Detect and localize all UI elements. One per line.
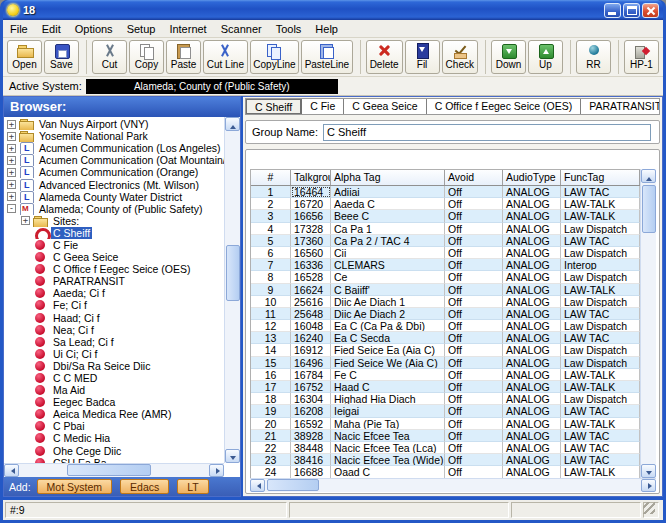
cell-avoid[interactable]: Off <box>445 247 503 259</box>
cell-avoid[interactable]: Off <box>445 442 503 454</box>
table-row[interactable]: 3 16656 Beee C Off ANALOG LAW-TALK <box>251 210 640 222</box>
cell-talkgroup[interactable]: 38416 <box>291 454 331 466</box>
column-header-talkgroup[interactable]: Talkgroup <box>291 170 331 185</box>
cell-number[interactable]: 7 <box>251 259 291 271</box>
cell-audiotype[interactable]: ANALOG <box>503 320 561 332</box>
cell-number[interactable]: 13 <box>251 332 291 344</box>
column-header-alpha-tag[interactable]: Alpha Tag <box>331 170 445 185</box>
cell-talkgroup[interactable]: 38448 <box>291 442 331 454</box>
cell-talkgroup[interactable]: 17360 <box>291 235 331 247</box>
cell-alpha-tag[interactable]: Adiiai <box>331 186 445 198</box>
cell-audiotype[interactable]: ANALOG <box>503 210 561 222</box>
cell-functag[interactable]: Law Dispatch <box>561 393 640 405</box>
cell-number[interactable]: 4 <box>251 223 291 235</box>
cell-avoid[interactable]: Off <box>445 198 503 210</box>
scroll-right-icon[interactable] <box>641 479 656 492</box>
cell-avoid[interactable]: Off <box>445 259 503 271</box>
cell-number[interactable]: 14 <box>251 344 291 356</box>
toolbar-button[interactable]: Paste <box>166 40 201 74</box>
tree-hscroll-thumb[interactable] <box>67 464 151 476</box>
scroll-down-icon[interactable] <box>641 464 656 478</box>
table-row[interactable]: 2 16720 Aaeda C Off ANALOG LAW-TALK <box>251 198 640 210</box>
menu-item[interactable]: Options <box>68 23 120 35</box>
cell-talkgroup[interactable]: 16464 <box>291 186 331 198</box>
cell-alpha-tag[interactable]: Oaad C <box>331 466 445 478</box>
toolbar-button[interactable]: Save <box>44 40 79 74</box>
cell-talkgroup[interactable]: 38928 <box>291 430 331 442</box>
tree-item[interactable]: - Alameda; County of (Public Safety) <box>4 203 224 215</box>
cell-functag[interactable]: LAW-TALK <box>561 418 640 430</box>
cell-functag[interactable]: LAW-TALK <box>561 381 640 393</box>
cell-functag[interactable]: LAW-TALK <box>561 369 640 381</box>
toolbar-button[interactable]: Cut Line <box>203 40 248 74</box>
table-row[interactable]: 4 17328 Ca Pa 1 Off ANALOG Law Dispatch <box>251 223 640 235</box>
table-row[interactable]: 19 16208 Ieigai Off ANALOG LAW TAC <box>251 405 640 417</box>
cell-talkgroup[interactable]: 16688 <box>291 466 331 478</box>
column-header-avoid[interactable]: Avoid <box>445 170 503 185</box>
toolbar-button[interactable]: PasteLine <box>301 40 352 74</box>
cell-talkgroup[interactable]: 16720 <box>291 198 331 210</box>
cell-alpha-tag[interactable]: Ca Pa 1 <box>331 223 445 235</box>
column-header-functag[interactable]: FuncTag <box>561 170 640 185</box>
cell-avoid[interactable]: Off <box>445 332 503 344</box>
cell-alpha-tag[interactable]: Diic Ae Diach 1 <box>331 296 445 308</box>
tree-hscroll-track[interactable] <box>151 464 209 477</box>
tree-item[interactable]: C Pbai <box>4 420 224 432</box>
tree-expander[interactable]: + <box>21 216 30 225</box>
table-row[interactable]: 10 25616 Diic Ae Diach 1 Off ANALOG Law … <box>251 296 640 308</box>
cell-alpha-tag[interactable]: Aaeda C <box>331 198 445 210</box>
cell-number[interactable]: 18 <box>251 393 291 405</box>
tree-expander[interactable]: + <box>7 132 16 141</box>
scroll-down-icon[interactable] <box>225 449 240 463</box>
cell-avoid[interactable]: Off <box>445 466 503 478</box>
cell-alpha-tag[interactable]: C Baiiff' <box>331 284 445 296</box>
resize-grip[interactable] <box>643 502 655 514</box>
table-row[interactable]: 7 16336 CLEMARS Off ANALOG Interop <box>251 259 640 271</box>
tree-item[interactable]: Ma Aid <box>4 384 224 396</box>
toolbar-button[interactable]: Delete <box>366 40 403 74</box>
cell-number[interactable]: 11 <box>251 308 291 320</box>
cell-talkgroup[interactable]: 16624 <box>291 284 331 296</box>
cell-avoid[interactable]: Off <box>445 271 503 283</box>
cell-functag[interactable]: Law Dispatch <box>561 296 640 308</box>
cell-audiotype[interactable]: ANALOG <box>503 418 561 430</box>
tree-item[interactable]: C Sheiff <box>4 227 224 239</box>
cell-number[interactable]: 20 <box>251 418 291 430</box>
cell-avoid[interactable]: Off <box>445 418 503 430</box>
tree-expander[interactable]: + <box>7 120 16 129</box>
cell-number[interactable]: 9 <box>251 284 291 296</box>
group-name-input[interactable]: C Sheiff <box>323 124 651 141</box>
cell-audiotype[interactable]: ANALOG <box>503 357 561 369</box>
tree-item[interactable]: Nea; Ci f <box>4 324 224 336</box>
cell-number[interactable]: 22 <box>251 442 291 454</box>
cell-audiotype[interactable]: ANALOG <box>503 344 561 356</box>
column-header-audiotype[interactable]: AudioType <box>503 170 561 185</box>
toolbar-button[interactable]: RR <box>576 40 611 74</box>
menu-item[interactable]: Help <box>308 23 345 35</box>
cell-audiotype[interactable]: ANALOG <box>503 430 561 442</box>
table-row[interactable]: 21 38928 Nacic Efcee Tea Off ANALOG LAW … <box>251 430 640 442</box>
cell-audiotype[interactable]: ANALOG <box>503 442 561 454</box>
cell-functag[interactable]: LAW TAC <box>561 442 640 454</box>
cell-alpha-tag[interactable]: Cii <box>331 247 445 259</box>
cell-avoid[interactable]: Off <box>445 284 503 296</box>
table-row[interactable]: 5 17360 Ca Pa 2 / TAC 4 Off ANALOG LAW T… <box>251 235 640 247</box>
tree-vscroll-thumb[interactable] <box>226 245 240 301</box>
table-row[interactable]: 13 16240 Ea C Secda Off ANALOG LAW TAC <box>251 332 640 344</box>
tree-item[interactable]: Aaeda; Ci f <box>4 287 224 299</box>
table-row[interactable]: 18 16304 Highad Hia Diach Off ANALOG Law… <box>251 393 640 405</box>
cell-talkgroup[interactable]: 16592 <box>291 418 331 430</box>
toolbar-button[interactable]: CopyLine <box>250 40 299 74</box>
tree-item[interactable]: Ohe Cege Diic <box>4 445 224 457</box>
cell-avoid[interactable]: Off <box>445 320 503 332</box>
toolbar-button[interactable]: Down <box>491 40 526 74</box>
cell-functag[interactable]: Law Dispatch <box>561 344 640 356</box>
tree-item[interactable]: Ui Ci; Ci f <box>4 348 224 360</box>
cell-functag[interactable]: LAW TAC <box>561 235 640 247</box>
cell-audiotype[interactable]: ANALOG <box>503 381 561 393</box>
cell-number[interactable]: 6 <box>251 247 291 259</box>
cell-audiotype[interactable]: ANALOG <box>503 235 561 247</box>
cell-audiotype[interactable]: ANALOG <box>503 186 561 198</box>
cell-avoid[interactable]: Off <box>445 454 503 466</box>
table-row[interactable]: 23 38416 Nacic Efcee Tea (Wide) Off ANAL… <box>251 454 640 466</box>
